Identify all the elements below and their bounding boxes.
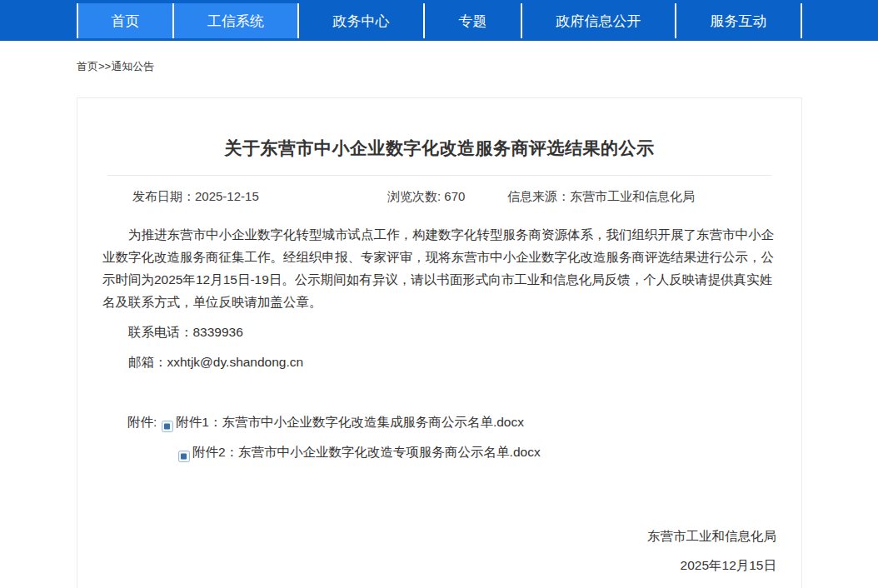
nav-item-home[interactable]: 首页 [77, 3, 172, 38]
breadcrumb-current-link[interactable]: 通知公告 [111, 60, 154, 72]
contact-email-label: 邮箱： [128, 355, 167, 369]
attachment-link-1[interactable]: 附件1：东营市中小企业数字化改造集成服务商公示名单.docx [176, 411, 524, 434]
view-count-label: 浏览次数: [387, 189, 444, 203]
signature-date: 2025年12月15日 [102, 554, 776, 576]
top-navigation-bar: 首页 工信系统 政务中心 专题 政府信息公开 服务互动 [0, 0, 878, 41]
breadcrumb-home-link[interactable]: 首页 [77, 60, 98, 72]
signature-organization: 东营市工业和信息化局 [102, 525, 776, 547]
doc-file-icon [178, 446, 190, 458]
attachment-row: 附件: 附件1：东营市中小企业数字化改造集成服务商公示名单.docx [102, 411, 776, 434]
info-source-label: 信息来源： [507, 189, 570, 203]
nav-menu: 首页 工信系统 政务中心 专题 政府信息公开 服务互动 [77, 3, 802, 38]
nav-item-gov-info-disclosure[interactable]: 政府信息公开 [521, 3, 675, 38]
attachment-link-2[interactable]: 附件2：东营市中小企业数字化改造专项服务商公示名单.docx [192, 441, 541, 464]
article-body: 为推进东营市中小企业数字化转型城市试点工作，构建数字化转型服务商资源体系，我们组… [77, 223, 801, 373]
attachment-row: 附件2：东营市中小企业数字化改造专项服务商公示名单.docx [102, 441, 776, 464]
attachments-label: 附件: [127, 411, 157, 434]
nav-item-government-affairs-center[interactable]: 政务中心 [297, 3, 423, 38]
nav-item-gongxin-system[interactable]: 工信系统 [172, 3, 297, 38]
view-count-value: 670 [444, 189, 465, 203]
contact-phone-label: 联系电话： [128, 325, 193, 339]
breadcrumb-separator: >> [98, 60, 111, 72]
article-card: 关于东营市中小企业数字化改造服务商评选结果的公示 发布日期：2025-12-15… [77, 97, 802, 588]
info-source: 信息来源：东营市工业和信息化局 [507, 189, 695, 205]
info-source-value: 东营市工业和信息化局 [570, 189, 695, 203]
publish-date-value: 2025-12-15 [195, 189, 259, 203]
doc-file-icon [162, 416, 173, 428]
contact-email-line: 邮箱：xxhtjk@dy.shandong.cn [102, 351, 776, 373]
publish-date-label: 发布日期： [132, 189, 195, 203]
signature-block: 东营市工业和信息化局 2025年12月15日 [77, 525, 801, 576]
nav-item-service-interaction[interactable]: 服务互动 [675, 3, 802, 38]
contact-phone-line: 联系电话：8339936 [102, 321, 776, 343]
nav-item-special-topics[interactable]: 专题 [423, 3, 521, 38]
page-title: 关于东营市中小企业数字化改造服务商评选结果的公示 [77, 137, 801, 160]
breadcrumb: 首页>>通知公告 [77, 59, 878, 72]
attachments-section: 附件: 附件1：东营市中小企业数字化改造集成服务商公示名单.docx 附件2：东… [77, 411, 801, 464]
view-count: 浏览次数: 670 [387, 189, 465, 205]
publish-date: 发布日期：2025-12-15 [132, 189, 259, 205]
contact-email-value: xxhtjk@dy.shandong.cn [167, 355, 304, 369]
article-meta-row: 发布日期：2025-12-15 浏览次数: 670 信息来源：东营市工业和信息化… [107, 175, 771, 213]
article-paragraph: 为推进东营市中小企业数字化转型城市试点工作，构建数字化转型服务商资源体系，我们组… [102, 223, 776, 313]
contact-phone-value: 8339936 [193, 325, 243, 339]
